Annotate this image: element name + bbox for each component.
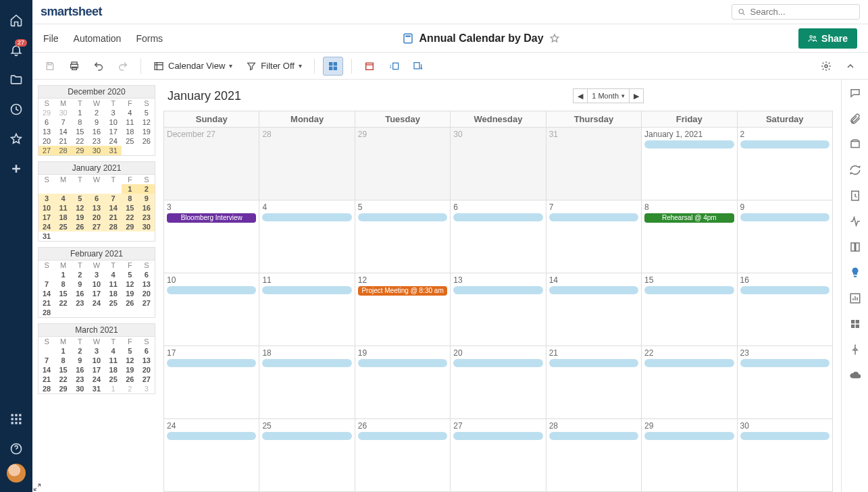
mini-cal-day[interactable]: 5 xyxy=(72,194,88,203)
calendar-event-bar[interactable] xyxy=(740,286,829,294)
mini-cal-day[interactable]: 27 xyxy=(138,298,155,308)
mini-cal-day[interactable] xyxy=(122,231,138,242)
mini-cal-day[interactable]: 20 xyxy=(39,136,55,146)
mini-cal-day[interactable] xyxy=(138,308,155,318)
calendar-event-bar[interactable] xyxy=(644,140,734,148)
calendar-event-bar[interactable] xyxy=(453,213,542,221)
calendar-cell[interactable]: 22 xyxy=(642,346,737,419)
mini-cal-day[interactable]: 8 xyxy=(55,279,72,289)
mini-cal-day[interactable]: 20 xyxy=(138,289,155,298)
mini-cal-day[interactable]: 19 xyxy=(122,365,138,375)
global-search[interactable] xyxy=(732,4,860,20)
mini-cal-day[interactable]: 1 xyxy=(122,184,138,194)
calendar-event-bar[interactable] xyxy=(740,140,829,148)
calendar-event-bar[interactable] xyxy=(549,286,638,294)
mini-cal-day[interactable] xyxy=(122,308,138,318)
mini-cal-day[interactable]: 17 xyxy=(88,289,105,298)
calendar-cell[interactable]: January 1, 2021 xyxy=(642,128,737,200)
mini-cal-day[interactable] xyxy=(39,184,55,194)
mini-cal-day[interactable]: 17 xyxy=(88,365,105,375)
calendar-today-icon[interactable] xyxy=(360,57,379,76)
mini-cal-day[interactable]: 20 xyxy=(88,213,105,222)
calendar-cell[interactable]: 11 xyxy=(259,273,355,346)
calendar-cell[interactable]: 20 xyxy=(451,346,546,419)
calendar-cell[interactable]: 30 xyxy=(738,419,833,492)
mini-cal-day[interactable]: 12 xyxy=(72,203,88,213)
folder-icon[interactable] xyxy=(0,65,32,94)
calendar-cell[interactable]: 14 xyxy=(546,273,642,346)
mini-cal-day[interactable]: 29 xyxy=(55,384,72,394)
calendar-cell[interactable]: 29 xyxy=(355,128,451,200)
calendar-cell[interactable]: 28 xyxy=(546,419,642,492)
mini-cal-day[interactable]: 1 xyxy=(55,270,72,279)
calendar-event[interactable]: Rehearsal @ 4pm xyxy=(644,213,734,223)
calendar-event-bar[interactable] xyxy=(358,432,447,440)
mini-cal-day[interactable]: 2 xyxy=(122,384,138,394)
mini-cal-day[interactable]: 11 xyxy=(105,356,122,365)
mini-cal-day[interactable]: 31 xyxy=(39,231,55,242)
mini-cal-day[interactable]: 4 xyxy=(55,194,72,203)
calendar-event-bar[interactable] xyxy=(740,213,829,221)
mini-cal-day[interactable]: 3 xyxy=(39,194,55,203)
calendar-event-bar[interactable] xyxy=(262,359,351,367)
mini-cal-day[interactable]: 5 xyxy=(122,270,138,279)
mini-cal-day[interactable] xyxy=(39,346,55,356)
share-button[interactable]: Share xyxy=(798,28,857,49)
mini-cal-day[interactable]: 21 xyxy=(55,136,72,146)
mini-cal-day[interactable]: 15 xyxy=(122,203,138,213)
mini-cal-day[interactable]: 13 xyxy=(138,356,155,365)
calendar-event-bar[interactable] xyxy=(262,213,351,221)
dashboard-widget-icon[interactable] xyxy=(848,317,862,331)
mini-cal-day[interactable]: 18 xyxy=(55,213,72,222)
calendar-event-bar[interactable] xyxy=(167,432,256,440)
mini-cal-day[interactable]: 9 xyxy=(72,356,88,365)
mini-cal-day[interactable]: 26 xyxy=(72,222,88,231)
mini-cal-day[interactable]: 10 xyxy=(88,279,105,289)
mini-cal-day[interactable]: 11 xyxy=(55,203,72,213)
calendar-cell[interactable]: 5 xyxy=(355,200,451,273)
calendar-event-bar[interactable] xyxy=(358,359,447,367)
mini-cal-day[interactable]: 18 xyxy=(105,365,122,375)
mini-cal-day[interactable]: 30 xyxy=(72,384,88,394)
mini-cal-day[interactable]: 25 xyxy=(122,136,138,146)
mini-cal-day[interactable]: 15 xyxy=(72,127,88,136)
mini-cal-day[interactable]: 29 xyxy=(39,108,55,117)
mini-cal-day[interactable]: 3 xyxy=(88,346,105,356)
mini-cal-day[interactable]: 23 xyxy=(72,298,88,308)
mini-cal-day[interactable] xyxy=(138,146,155,156)
mini-cal-day[interactable] xyxy=(88,308,105,318)
calendar-event-bar[interactable] xyxy=(740,359,829,367)
mini-cal-day[interactable]: 27 xyxy=(39,146,55,156)
calendar-cell[interactable]: 7 xyxy=(546,200,642,273)
mini-cal-day[interactable]: 7 xyxy=(105,194,122,203)
calendar-week-icon[interactable]: 1 xyxy=(384,57,403,76)
favorites-icon[interactable] xyxy=(0,124,32,154)
mini-cal-day[interactable]: 16 xyxy=(138,203,155,213)
mini-cal-day[interactable]: 18 xyxy=(105,289,122,298)
mini-cal-day[interactable]: 26 xyxy=(122,375,138,384)
mini-cal-day[interactable]: 9 xyxy=(72,279,88,289)
mini-cal-day[interactable]: 26 xyxy=(138,136,155,146)
calendar-cell[interactable]: 18 xyxy=(259,346,355,419)
mini-cal-day[interactable]: 24 xyxy=(105,136,122,146)
mini-cal-day[interactable] xyxy=(88,184,105,194)
collapse-panel-icon[interactable] xyxy=(841,57,860,76)
mini-cal-day[interactable]: 23 xyxy=(88,136,105,146)
mini-cal-day[interactable]: 13 xyxy=(138,279,155,289)
mini-cal-day[interactable]: 16 xyxy=(88,127,105,136)
mini-cal-day[interactable]: 5 xyxy=(122,346,138,356)
calendar-event-bar[interactable] xyxy=(262,286,351,294)
mini-cal-day[interactable]: 25 xyxy=(105,375,122,384)
mini-calendar[interactable]: February 2021SMTWTFS12345678910111213141… xyxy=(38,247,155,318)
mini-cal-day[interactable]: 19 xyxy=(72,213,88,222)
mini-cal-day[interactable]: 10 xyxy=(39,203,55,213)
mini-cal-day[interactable] xyxy=(138,231,155,242)
favorite-outline-icon[interactable] xyxy=(549,33,560,44)
mini-cal-day[interactable]: 1 xyxy=(55,346,72,356)
filter-toggle[interactable]: Filter Off ▾ xyxy=(242,57,306,76)
mini-cal-day[interactable]: 19 xyxy=(138,127,155,136)
mini-calendar[interactable]: December 2020SMTWTFS29301234567891011121… xyxy=(38,85,155,156)
save-icon[interactable] xyxy=(41,57,59,76)
calendar-event-bar[interactable] xyxy=(358,213,447,221)
calendar-event-bar[interactable] xyxy=(549,213,638,221)
